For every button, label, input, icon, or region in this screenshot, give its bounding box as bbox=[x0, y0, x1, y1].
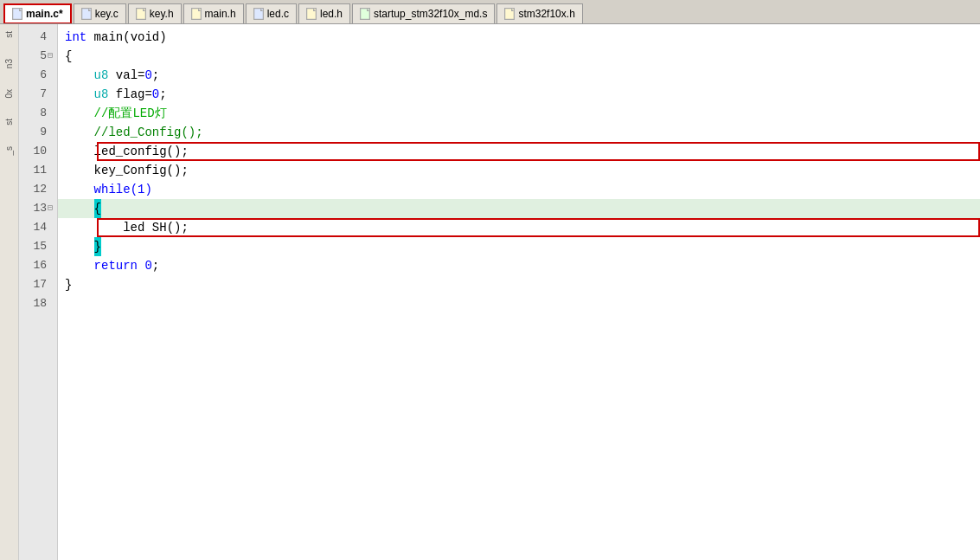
line-num-6: 6 bbox=[19, 66, 52, 85]
code-line-12: while (1) bbox=[58, 180, 980, 199]
line-num-12: 12 bbox=[19, 180, 52, 199]
code-semi-6: ; bbox=[152, 66, 159, 85]
code-line-14: led SH(); bbox=[58, 218, 980, 237]
code-indent-8 bbox=[65, 104, 94, 123]
fold-icon-5[interactable]: ⊟ bbox=[48, 47, 53, 66]
tab-icon-led-h bbox=[306, 8, 317, 20]
tab-icon-startup-s bbox=[360, 8, 370, 20]
line-num-16: 16 bbox=[19, 256, 52, 275]
close-bracket-15: } bbox=[94, 237, 101, 256]
code-line-4: int main(void) bbox=[58, 28, 980, 47]
line-num-4: 4 bbox=[19, 28, 52, 47]
code-line-6: u8 val= 0 ; bbox=[58, 66, 980, 85]
code-area: st n3 0x st _s 4 5 ⊟ 6 7 8 9 10 11 12 13… bbox=[0, 24, 980, 560]
kw-1: (1) bbox=[131, 180, 152, 199]
kw-0-16: 0 bbox=[144, 256, 151, 275]
line-num-18: 18 bbox=[19, 294, 52, 313]
line-numbers: 4 5 ⊟ 6 7 8 9 10 11 12 13 ⊟ 14 15 16 17 … bbox=[19, 24, 58, 560]
comment-8: //配置LED灯 bbox=[94, 104, 167, 123]
code-indent-12 bbox=[65, 180, 94, 199]
code-line-14-wrapper: led SH(); bbox=[58, 218, 980, 237]
left-sidebar: st n3 0x st _s bbox=[0, 24, 19, 560]
line-num-13: 13 ⊟ bbox=[19, 199, 52, 218]
cursor-bracket-13: { bbox=[94, 199, 101, 218]
comment-9: //led_Config(); bbox=[94, 123, 203, 142]
kw-while: while bbox=[94, 180, 131, 199]
code-line-7: u8 flag= 0 ; bbox=[58, 85, 980, 104]
code-text-6: val= bbox=[108, 66, 144, 85]
tab-label-led-h: led.h bbox=[320, 8, 343, 20]
code-indent-13 bbox=[65, 199, 94, 218]
tab-label-stm32f10x-h: stm32f10x.h bbox=[518, 8, 574, 20]
line-num-9: 9 bbox=[19, 123, 52, 142]
tab-main-h[interactable]: main.h bbox=[183, 3, 244, 24]
tab-main-c[interactable]: main.c* bbox=[3, 3, 72, 24]
line-num-14: 14 bbox=[19, 218, 52, 237]
line-num-8: 8 bbox=[19, 104, 52, 123]
sidebar-label-st2: st bbox=[4, 119, 14, 126]
code-indent-6 bbox=[65, 66, 94, 85]
line-num-11: 11 bbox=[19, 161, 52, 180]
editor-container: main.c* key.c key.h bbox=[0, 0, 980, 560]
sidebar-label-st1: st bbox=[4, 31, 14, 38]
tab-icon-main-h bbox=[191, 8, 202, 20]
tab-icon-led-c bbox=[253, 8, 264, 20]
code-indent-7 bbox=[65, 85, 94, 104]
tab-label-startup-s: startup_stm32f10x_md.s bbox=[374, 8, 487, 20]
kw-0-7: 0 bbox=[152, 85, 159, 104]
sidebar-label-n3: n3 bbox=[4, 59, 14, 68]
kw-u8-6: u8 bbox=[94, 66, 109, 85]
line-num-7: 7 bbox=[19, 85, 52, 104]
tab-label-main-c: main.c* bbox=[26, 8, 63, 20]
code-indent-14 bbox=[65, 218, 123, 237]
code-text-10: led_config(); bbox=[94, 142, 189, 161]
kw-int: int bbox=[65, 28, 86, 47]
code-indent-9 bbox=[65, 123, 94, 142]
code-line-5: { bbox=[58, 47, 980, 66]
code-line-10: led_config(); bbox=[58, 142, 980, 161]
sidebar-label-s: _s bbox=[4, 146, 14, 156]
tab-label-led-c: led.c bbox=[267, 8, 289, 20]
tab-label-key-h: key.h bbox=[150, 8, 174, 20]
line-num-17: 17 bbox=[19, 275, 52, 294]
tab-label-key-c: key.c bbox=[95, 8, 118, 20]
line-num-10: 10 bbox=[19, 142, 52, 161]
tab-key-h[interactable]: key.h bbox=[128, 3, 182, 24]
tab-label-main-h: main.h bbox=[205, 8, 236, 20]
code-line-17: } bbox=[58, 275, 980, 294]
code-space-16 bbox=[138, 256, 144, 275]
kw-return: return bbox=[94, 256, 138, 275]
code-line-13: { bbox=[58, 199, 980, 218]
code-line-8: //配置LED灯 bbox=[58, 104, 980, 123]
tab-led-h[interactable]: led.h bbox=[298, 3, 350, 24]
code-indent-11 bbox=[65, 161, 94, 180]
code-indent-10 bbox=[65, 142, 94, 161]
tab-key-c[interactable]: key.c bbox=[74, 3, 126, 24]
code-line-15: } bbox=[58, 237, 980, 256]
tab-startup-s[interactable]: startup_stm32f10x_md.s bbox=[352, 3, 495, 24]
kw-u8-7: u8 bbox=[94, 85, 109, 104]
code-text-11: key_Config(); bbox=[94, 161, 189, 180]
code-content[interactable]: int main(void) { u8 val= 0 ; u8 flag= bbox=[58, 24, 980, 560]
tab-stm32f10x-h[interactable]: stm32f10x.h bbox=[496, 3, 582, 24]
code-line-9: //led_Config(); bbox=[58, 123, 980, 142]
code-line-10-wrapper: led_config(); bbox=[58, 142, 980, 161]
fold-icon-13[interactable]: ⊟ bbox=[48, 199, 53, 218]
tab-bar: main.c* key.c key.h bbox=[0, 0, 980, 24]
code-indent-16 bbox=[65, 256, 94, 275]
code-text-7: flag= bbox=[108, 85, 151, 104]
code-semi-16: ; bbox=[152, 256, 159, 275]
tab-led-c[interactable]: led.c bbox=[246, 3, 297, 24]
tab-icon-stm32f10x-h bbox=[504, 8, 515, 20]
code-line-18 bbox=[58, 294, 980, 313]
kw-0-6: 0 bbox=[144, 66, 151, 85]
tab-icon-main-c bbox=[12, 8, 22, 20]
code-text-5: { bbox=[65, 47, 72, 66]
code-indent-15 bbox=[65, 237, 94, 256]
line-num-15: 15 bbox=[19, 237, 52, 256]
code-text-14: led SH(); bbox=[123, 218, 189, 237]
code-text-4: main(void) bbox=[86, 28, 166, 47]
code-semi-7: ; bbox=[159, 85, 166, 104]
code-text-17: } bbox=[65, 275, 72, 294]
sidebar-label-0x: 0x bbox=[4, 89, 14, 99]
